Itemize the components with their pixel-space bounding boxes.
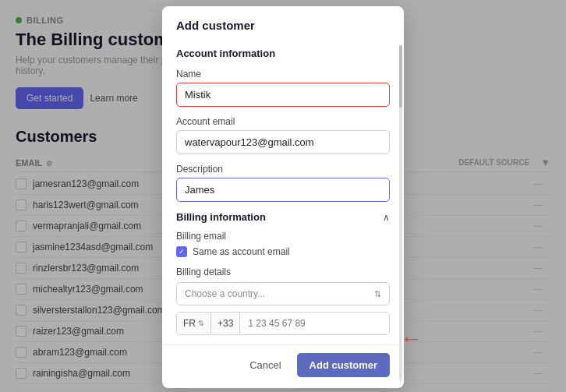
arrow-indicator: ←: [400, 327, 422, 351]
account-email-label: Account email: [176, 116, 390, 127]
phone-country-chevron: ⇅: [198, 320, 204, 327]
modal-footer: Cancel Add customer: [162, 344, 404, 388]
phone-country-code[interactable]: FR ⇅: [177, 313, 211, 334]
phone-number-input[interactable]: [240, 313, 389, 334]
select-arrows-icon: ⇅: [374, 289, 381, 299]
billing-section-title: Billing information: [176, 211, 266, 223]
add-customer-modal: Add customer Account information Name Ac…: [162, 6, 404, 388]
chevron-up-icon[interactable]: ∧: [383, 212, 390, 223]
modal-overlay: Add customer Account information Name Ac…: [0, 0, 566, 392]
account-section-title: Account information: [176, 48, 390, 59]
cancel-button[interactable]: Cancel: [242, 355, 288, 376]
name-label: Name: [176, 69, 390, 79]
billing-section-header: Billing information ∧: [176, 211, 390, 223]
billing-details-label: Billing details: [176, 267, 390, 277]
phone-dial-code: +33: [211, 313, 240, 334]
same-as-account-checkbox[interactable]: [176, 246, 187, 257]
country-select[interactable]: Choose a country... ⇅: [176, 282, 390, 305]
name-input[interactable]: [176, 83, 390, 107]
add-customer-button[interactable]: Add customer: [297, 353, 390, 377]
scrollbar-thumb[interactable]: [399, 45, 402, 108]
country-placeholder: Choose a country...: [185, 288, 265, 299]
same-as-account-label: Same as account email: [193, 246, 290, 257]
name-field-group: Name: [176, 69, 390, 107]
modal-header: Add customer: [162, 6, 404, 40]
phone-field: FR ⇅ +33: [176, 312, 390, 335]
billing-email-label: Billing email: [176, 231, 390, 242]
same-as-account-row: Same as account email: [176, 246, 390, 257]
modal-title: Add customer: [176, 19, 390, 32]
description-label: Description: [176, 164, 390, 175]
account-email-input[interactable]: [176, 130, 390, 154]
description-field-group: Description: [176, 164, 390, 202]
description-input[interactable]: [176, 178, 390, 202]
modal-body: Account information Name Account email D…: [162, 40, 404, 344]
account-email-field-group: Account email: [176, 116, 390, 154]
